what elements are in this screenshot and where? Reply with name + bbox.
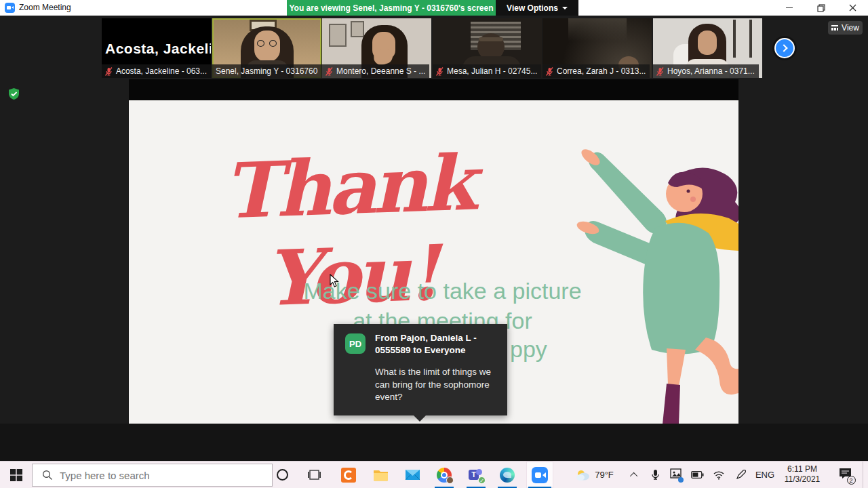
video-tile-mesa[interactable]: Mesa, Julian H - 02745... <box>433 18 542 78</box>
file-explorer-icon <box>373 468 389 481</box>
clock-date: 11/3/2021 <box>781 474 823 485</box>
microphone-tray-icon <box>651 469 660 481</box>
slide-subtitle-line3-fragment: ppy <box>510 336 547 363</box>
title-bar: Zoom Meeting You are viewing Senel, Jasm… <box>0 0 868 16</box>
battery-icon <box>691 471 704 479</box>
weather-widget[interactable]: 79°F <box>571 462 618 488</box>
chrome-button[interactable] <box>431 462 458 488</box>
window-title: Zoom Meeting <box>19 3 71 12</box>
tray-overflow-button[interactable] <box>625 462 644 488</box>
ceiling-light <box>568 18 627 41</box>
teams-button[interactable]: T ✓ <box>462 462 490 488</box>
notification-center-icon: 2 <box>839 468 852 482</box>
participant-label-text: Mesa, Julian H - 02745... <box>447 66 537 76</box>
notification-badge: 2 <box>847 476 856 485</box>
show-desktop-button[interactable] <box>863 462 868 488</box>
chrome-icon <box>437 468 452 483</box>
task-view-button[interactable] <box>300 462 328 488</box>
video-tile-acosta[interactable]: Acosta, Jackelin... Acosta, Jackeline - … <box>102 18 211 78</box>
participant-label-text: Hoyos, Arianna - 0371... <box>667 66 755 76</box>
chat-sender-line: From Pajon, Daniela L - 0555589 to Every… <box>375 332 507 357</box>
video-tile-correa[interactable]: Correa, Zarah J - 0313... <box>542 18 652 78</box>
mouse-cursor <box>330 274 340 288</box>
video-tile-montero[interactable]: Montero, Deeanne S - ... <box>322 18 431 78</box>
weather-icon <box>576 469 591 481</box>
glasses-left <box>257 40 264 47</box>
edge-icon <box>500 468 515 483</box>
close-button[interactable] <box>837 0 868 16</box>
participant-label-text: Acosta, Jackeline - 063... <box>116 66 207 76</box>
windows-logo-icon <box>10 469 22 481</box>
mic-muted-icon <box>656 67 664 76</box>
window-frame <box>733 20 736 58</box>
close-icon <box>849 4 856 12</box>
language-indicator[interactable]: ENG <box>751 462 778 488</box>
minimize-button[interactable] <box>774 0 804 16</box>
notification-center-button[interactable]: 2 <box>831 462 859 488</box>
picture-frame <box>329 24 347 47</box>
mail-button[interactable] <box>399 462 426 488</box>
chrome-profile-avatar <box>446 476 454 484</box>
tray-wifi[interactable] <box>709 462 728 488</box>
zoom-app-icon <box>5 3 15 13</box>
mic-muted-icon <box>546 67 553 76</box>
search-input[interactable] <box>60 470 229 481</box>
wifi-icon <box>713 470 725 480</box>
photos-tray-icon <box>670 468 682 481</box>
video-tile-senel[interactable]: Senel, Jasming Y - 0316760 <box>212 18 321 78</box>
taskbar-app-orange[interactable] <box>335 462 362 488</box>
picture-frame <box>351 21 364 37</box>
sender-avatar: PD <box>345 333 366 354</box>
zoom-taskbar-icon <box>532 467 548 483</box>
search-icon <box>42 470 53 481</box>
tray-photos[interactable] <box>666 462 685 488</box>
zoom-taskbar-button[interactable] <box>526 462 553 488</box>
cortana-icon <box>277 469 288 481</box>
tray-battery[interactable] <box>688 462 707 488</box>
participant-face <box>698 30 717 55</box>
participant-headband <box>479 37 503 41</box>
participant-label: Montero, Deeanne S - ... <box>322 64 429 78</box>
view-options-label: View Options <box>507 3 558 13</box>
participant-label: Mesa, Julian H - 02745... <box>433 64 541 78</box>
shared-screen-letterbox <box>129 79 738 100</box>
mic-muted-icon <box>105 67 113 76</box>
participant-name-overlay: Acosta, Jackelin... <box>105 41 211 57</box>
glasses-right <box>269 40 277 47</box>
chat-notification-popup[interactable]: PD From Pajon, Daniela L - 0555589 to Ev… <box>334 324 507 415</box>
next-participants-button[interactable] <box>774 38 795 58</box>
participant-label-text: Correa, Zarah J - 0313... <box>557 66 646 76</box>
restore-button[interactable] <box>806 0 836 16</box>
video-tile-hoyos[interactable]: Hoyos, Arianna - 0371... <box>653 18 762 78</box>
tray-microphone[interactable] <box>646 462 665 488</box>
window-frame <box>749 20 752 58</box>
clock-time: 6:11 PM <box>781 464 823 474</box>
mic-muted-icon <box>326 67 333 76</box>
language-label: ENG <box>755 470 774 480</box>
view-layout-button[interactable]: View <box>828 21 863 35</box>
view-options-button[interactable]: View Options <box>496 0 578 16</box>
edge-button[interactable] <box>494 462 521 488</box>
teams-status-check: ✓ <box>478 476 486 484</box>
participant-label-text: Senel, Jasming Y - 0316760 <box>216 66 317 76</box>
chevron-up-icon <box>630 472 637 479</box>
chevron-right-icon <box>780 44 787 52</box>
taskbar-search[interactable] <box>32 464 273 487</box>
presenter-illustration <box>576 148 738 426</box>
viewing-screen-banner: You are viewing Senel, Jasming Y - 03167… <box>287 0 496 16</box>
chevron-down-icon <box>562 7 568 9</box>
zoom-meeting-window: Zoom Meeting You are viewing Senel, Jasm… <box>0 0 868 488</box>
start-button[interactable] <box>3 462 30 488</box>
security-shield-icon[interactable] <box>7 87 20 100</box>
tray-pen[interactable] <box>731 462 750 488</box>
weather-temp: 79°F <box>595 470 614 480</box>
taskbar-clock[interactable]: 6:11 PM 11/3/2021 <box>781 464 823 485</box>
restore-icon <box>817 4 825 12</box>
file-explorer-button[interactable] <box>367 462 394 488</box>
mail-icon <box>405 468 420 481</box>
crunchyroll-icon <box>341 468 356 483</box>
pen-icon <box>736 470 746 480</box>
cortana-button[interactable] <box>269 462 296 488</box>
view-layout-label: View <box>842 23 859 33</box>
participant-label: Acosta, Jackeline - 063... <box>102 64 211 78</box>
